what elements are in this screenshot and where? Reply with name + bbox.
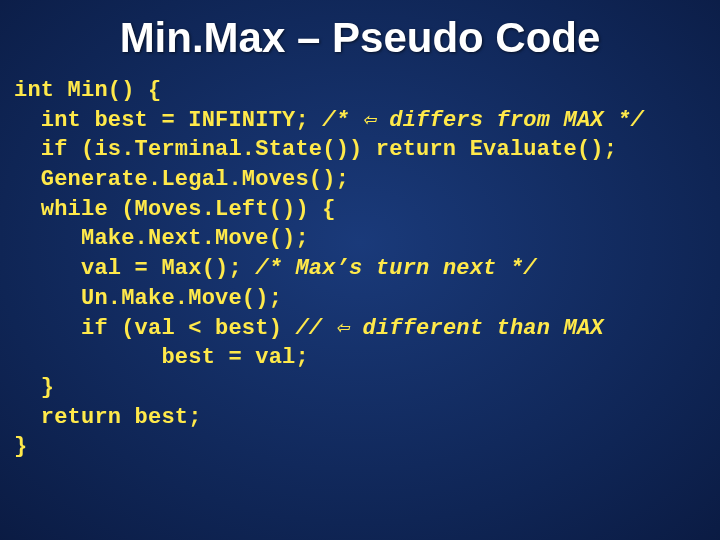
- slide: Min.Max – Pseudo Code int Min() { int be…: [0, 0, 720, 540]
- code-line: Generate.Legal.Moves();: [14, 167, 349, 192]
- code-line: if (is.Terminal.State()) return Evaluate…: [14, 137, 617, 162]
- code-line: best = val;: [14, 345, 309, 370]
- code-line: val = Max();: [14, 256, 255, 281]
- code-comment: /* Max’s turn next */: [255, 256, 536, 281]
- code-comment: // ⇦ different than MAX: [295, 316, 603, 341]
- code-line: return best;: [14, 405, 202, 430]
- code-line: int best = INFINITY;: [14, 108, 322, 133]
- code-line: int Min() {: [14, 78, 161, 103]
- code-block: int Min() { int best = INFINITY; /* ⇦ di…: [0, 70, 720, 462]
- code-line: if (val < best): [14, 316, 295, 341]
- page-title: Min.Max – Pseudo Code: [0, 0, 720, 70]
- code-line: }: [14, 375, 54, 400]
- code-line: }: [14, 434, 27, 459]
- code-line: while (Moves.Left()) {: [14, 197, 336, 222]
- code-line: Un.Make.Move();: [14, 286, 282, 311]
- code-comment: /* ⇦ differs from MAX */: [322, 108, 644, 133]
- code-line: Make.Next.Move();: [14, 226, 309, 251]
